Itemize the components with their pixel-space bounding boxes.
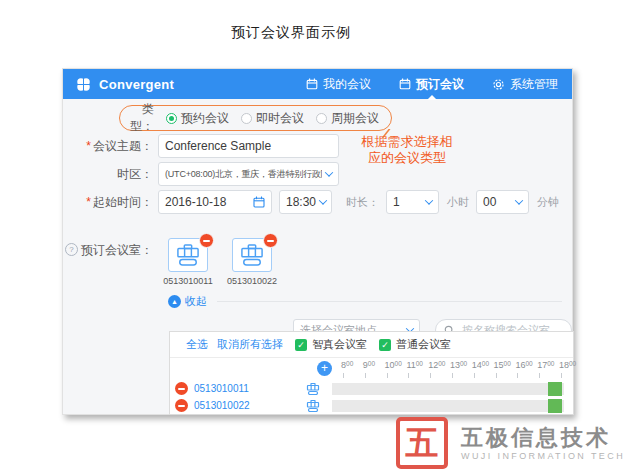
time-select[interactable]: 18:30 [279, 190, 332, 214]
meeting-room-small-icon [306, 383, 320, 395]
checkbox-label: 智真会议室 [312, 337, 367, 352]
checkbox-normal-room[interactable]: ✓ 普通会议室 [379, 337, 451, 352]
hour-label: 1700 [537, 360, 559, 370]
annotation-text: 根据需求选择相应的会议类型 [356, 134, 458, 166]
booking-panel: Convergent 我的会议 [62, 68, 573, 415]
page-title: 预订会议界面示例 [0, 24, 582, 42]
chevron-down-icon [425, 196, 433, 204]
chevron-down-icon [319, 196, 327, 204]
collapse-label: 收起 [185, 294, 207, 309]
calendar-icon [306, 78, 318, 90]
annotation-callout-border: 类型： 预约会议 即时会议 周期会议 [119, 105, 392, 131]
radio-label: 周期会议 [331, 110, 379, 127]
date-picker[interactable]: 2016-10-18 [158, 190, 272, 214]
hour-label: 1100 [406, 360, 428, 370]
checkbox-label: 普通会议室 [396, 337, 451, 352]
collapse-link[interactable]: ▲ 收起 [168, 294, 207, 309]
nav-label: 系统管理 [510, 76, 558, 93]
duration-hours-select[interactable]: 1 [386, 190, 439, 214]
nav-label: 我的会议 [323, 76, 371, 93]
start-time-label: *起始时间： [63, 194, 153, 211]
company-name-en: WUJI INFORMATION TECH [461, 451, 625, 461]
hour-label: 900 [363, 360, 385, 370]
time-value: 18:30 [286, 195, 316, 209]
duration-hours-value: 1 [393, 195, 400, 209]
meeting-room-icon [239, 244, 265, 266]
remove-row-icon[interactable] [175, 382, 188, 395]
start-time-row: *起始时间： 2016-10-18 18:30 时长： 1 [63, 190, 572, 214]
nav-system-admin[interactable]: 系统管理 [492, 69, 558, 99]
radio-instant-meeting[interactable]: 即时会议 [241, 110, 304, 127]
minutes-unit-label: 分钟 [537, 195, 559, 210]
meeting-type-row: 类型： 预约会议 即时会议 周期会议 [119, 106, 572, 130]
divider [217, 301, 562, 302]
room-card: 0513010022 [232, 238, 272, 286]
checkbox-telepresence-room[interactable]: ✓ 智真会议室 [295, 337, 367, 352]
radio-label: 预约会议 [181, 110, 229, 127]
schedule-row: 0513010011 [170, 380, 573, 397]
main-nav: 我的会议 预订会议 系 [306, 69, 558, 99]
hours-unit-label: 小时 [447, 195, 469, 210]
hour-label: 800 [341, 360, 363, 370]
required-mark: * [86, 139, 91, 153]
hour-label: 1800 [559, 360, 581, 370]
collapse-up-icon: ▲ [168, 295, 181, 308]
radio-icon [166, 113, 177, 124]
meeting-room-icon [175, 244, 201, 266]
nav-book-meeting[interactable]: 预订会议 [399, 69, 464, 99]
radio-icon [241, 113, 252, 124]
room-cards: 0513010011 05 [168, 230, 272, 286]
select-all-link[interactable]: 全选 [186, 337, 208, 352]
duration-label: 时长： [346, 195, 379, 210]
timezone-value: (UTC+08:00)北京，重庆，香港特别行政区，乌鲁木齐 [165, 168, 322, 181]
brand-name: Convergent [99, 77, 174, 92]
room-card: 0513010011 [168, 238, 208, 286]
timeline-ticks [341, 373, 581, 378]
room-card-box [232, 238, 272, 272]
room-availability-box: 全选 取消所有选择 ✓ 智真会议室 ✓ 普通会议室 + 800 900 1000… [169, 331, 574, 415]
company-text: 五极信息技术 WUJI INFORMATION TECH [461, 426, 625, 461]
add-plus-icon[interactable]: + [317, 361, 332, 376]
chevron-down-icon [325, 168, 333, 176]
hour-label: 1200 [428, 360, 450, 370]
room-id-label: 0513010022 [227, 276, 277, 286]
deselect-all-link[interactable]: 取消所有选择 [217, 337, 283, 352]
company-name: 五极信息技术 [461, 426, 625, 449]
hour-label: 1400 [472, 360, 494, 370]
collapse-row: ▲ 收起 [168, 294, 572, 309]
radio-recurring-meeting[interactable]: 周期会议 [316, 110, 379, 127]
duration-minutes-value: 00 [483, 195, 496, 209]
radio-label: 即时会议 [256, 110, 304, 127]
radio-reserved-meeting[interactable]: 预约会议 [166, 110, 229, 127]
booked-rooms-label: ? 预订会议室： [63, 230, 153, 286]
availability-bar[interactable] [332, 400, 564, 412]
availability-bar[interactable] [332, 383, 564, 395]
brand: Convergent [75, 76, 174, 93]
wuji-seal-icon: 五 [396, 417, 448, 469]
timezone-select[interactable]: (UTC+08:00)北京，重庆，香港特别行政区，乌鲁木齐 [158, 162, 339, 186]
calendar-icon [399, 78, 411, 90]
remove-room-icon[interactable] [199, 233, 214, 248]
remove-room-icon[interactable] [263, 233, 278, 248]
busy-block [548, 382, 562, 396]
nav-my-meetings[interactable]: 我的会议 [306, 69, 371, 99]
app-header: Convergent 我的会议 [63, 69, 572, 99]
timeline-hours: 800 900 1000 1100 1200 1300 1400 1500 16… [341, 360, 581, 370]
duration-minutes-select[interactable]: 00 [476, 190, 529, 214]
subject-input[interactable] [158, 134, 339, 158]
help-icon[interactable]: ? [65, 243, 78, 256]
room-id-link[interactable]: 0513010022 [194, 400, 306, 411]
radio-icon [316, 113, 327, 124]
gear-icon [492, 78, 505, 91]
remove-row-icon[interactable] [175, 399, 188, 412]
room-id-label: 0513010011 [163, 276, 212, 286]
timezone-row: 时区： (UTC+08:00)北京，重庆，香港特别行政区，乌鲁木齐 [63, 162, 572, 186]
calendar-blue-icon [253, 196, 265, 208]
date-value: 2016-10-18 [165, 195, 226, 209]
checkbox-checked-icon: ✓ [295, 339, 307, 351]
hour-label: 1000 [385, 360, 407, 370]
nav-label: 预订会议 [416, 76, 464, 93]
chevron-down-icon [515, 196, 523, 204]
room-id-link[interactable]: 0513010011 [194, 383, 306, 394]
meeting-room-small-icon [306, 400, 320, 412]
